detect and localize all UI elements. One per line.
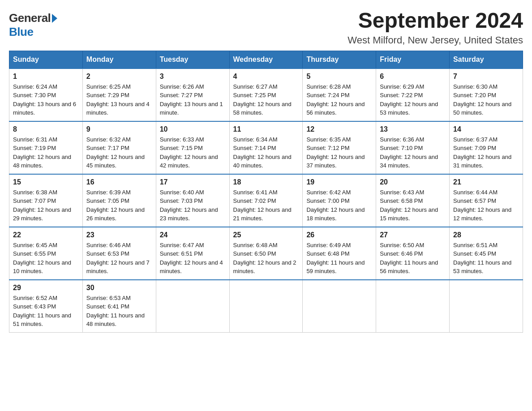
day-number: 28 (453, 231, 519, 239)
header-thursday: Thursday (303, 51, 376, 68)
day-number: 5 (306, 73, 372, 81)
day-info: Sunrise: 6:26 AMSunset: 7:27 PMDaylight:… (160, 82, 226, 117)
day-number: 15 (13, 178, 79, 186)
table-row: 7 Sunrise: 6:30 AMSunset: 7:20 PMDayligh… (450, 68, 523, 121)
day-info: Sunrise: 6:49 AMSunset: 6:48 PMDaylight:… (306, 241, 372, 276)
day-info: Sunrise: 6:29 AMSunset: 7:22 PMDaylight:… (380, 82, 446, 117)
day-number: 23 (86, 231, 152, 239)
day-number: 14 (453, 125, 519, 133)
table-row (229, 280, 303, 333)
header-monday: Monday (82, 51, 156, 68)
table-row (303, 280, 376, 333)
day-info: Sunrise: 6:51 AMSunset: 6:45 PMDaylight:… (453, 241, 519, 276)
table-row (156, 280, 229, 333)
table-row: 30 Sunrise: 6:53 AMSunset: 6:41 PMDaylig… (82, 280, 156, 333)
day-info: Sunrise: 6:36 AMSunset: 7:10 PMDaylight:… (380, 135, 446, 170)
table-row: 1 Sunrise: 6:24 AMSunset: 7:30 PMDayligh… (9, 68, 83, 121)
day-info: Sunrise: 6:44 AMSunset: 6:57 PMDaylight:… (453, 188, 519, 223)
logo-blue: Blue (9, 25, 33, 39)
day-info: Sunrise: 6:47 AMSunset: 6:51 PMDaylight:… (160, 241, 226, 276)
logo-arrow-icon (52, 14, 57, 23)
table-row: 14 Sunrise: 6:37 AMSunset: 7:09 PMDaylig… (450, 121, 523, 174)
table-row: 21 Sunrise: 6:44 AMSunset: 6:57 PMDaylig… (450, 174, 523, 227)
table-row: 26 Sunrise: 6:49 AMSunset: 6:48 PMDaylig… (303, 227, 376, 280)
day-number: 26 (306, 231, 372, 239)
table-row: 24 Sunrise: 6:47 AMSunset: 6:51 PMDaylig… (156, 227, 229, 280)
day-info: Sunrise: 6:43 AMSunset: 6:58 PMDaylight:… (380, 188, 446, 223)
calendar-week-row: 15 Sunrise: 6:38 AMSunset: 7:07 PMDaylig… (9, 174, 523, 227)
day-info: Sunrise: 6:48 AMSunset: 6:50 PMDaylight:… (233, 241, 299, 276)
table-row: 29 Sunrise: 6:52 AMSunset: 6:43 PMDaylig… (9, 280, 83, 333)
day-number: 29 (13, 284, 79, 292)
table-row: 5 Sunrise: 6:28 AMSunset: 7:24 PMDayligh… (303, 68, 376, 121)
day-info: Sunrise: 6:42 AMSunset: 7:00 PMDaylight:… (306, 188, 372, 223)
day-number: 12 (306, 125, 372, 133)
calendar-table: Sunday Monday Tuesday Wednesday Thursday… (9, 51, 523, 333)
table-row (450, 280, 523, 333)
day-info: Sunrise: 6:33 AMSunset: 7:15 PMDaylight:… (160, 135, 226, 170)
table-row: 27 Sunrise: 6:50 AMSunset: 6:46 PMDaylig… (376, 227, 450, 280)
day-number: 19 (306, 178, 372, 186)
calendar-week-row: 22 Sunrise: 6:45 AMSunset: 6:55 PMDaylig… (9, 227, 523, 280)
logo-general: General (9, 11, 51, 25)
day-info: Sunrise: 6:24 AMSunset: 7:30 PMDaylight:… (13, 82, 79, 117)
header-friday: Friday (376, 51, 450, 68)
day-info: Sunrise: 6:38 AMSunset: 7:07 PMDaylight:… (13, 188, 79, 223)
page-header: General Blue September 2024 West Milford… (9, 9, 523, 46)
header-sunday: Sunday (9, 51, 83, 68)
day-info: Sunrise: 6:40 AMSunset: 7:03 PMDaylight:… (160, 188, 226, 223)
table-row: 25 Sunrise: 6:48 AMSunset: 6:50 PMDaylig… (229, 227, 303, 280)
day-number: 10 (160, 125, 226, 133)
table-row: 22 Sunrise: 6:45 AMSunset: 6:55 PMDaylig… (9, 227, 83, 280)
day-number: 20 (380, 178, 446, 186)
day-info: Sunrise: 6:30 AMSunset: 7:20 PMDaylight:… (453, 82, 519, 117)
day-number: 2 (86, 73, 152, 81)
day-info: Sunrise: 6:34 AMSunset: 7:14 PMDaylight:… (233, 135, 299, 170)
calendar-week-row: 8 Sunrise: 6:31 AMSunset: 7:19 PMDayligh… (9, 121, 523, 174)
day-number: 1 (13, 73, 79, 81)
day-number: 16 (86, 178, 152, 186)
table-row: 28 Sunrise: 6:51 AMSunset: 6:45 PMDaylig… (450, 227, 523, 280)
table-row: 13 Sunrise: 6:36 AMSunset: 7:10 PMDaylig… (376, 121, 450, 174)
table-row: 12 Sunrise: 6:35 AMSunset: 7:12 PMDaylig… (303, 121, 376, 174)
day-number: 13 (380, 125, 446, 133)
day-number: 17 (160, 178, 226, 186)
day-number: 7 (453, 73, 519, 81)
day-info: Sunrise: 6:45 AMSunset: 6:55 PMDaylight:… (13, 241, 79, 276)
day-info: Sunrise: 6:28 AMSunset: 7:24 PMDaylight:… (306, 82, 372, 117)
table-row: 19 Sunrise: 6:42 AMSunset: 7:00 PMDaylig… (303, 174, 376, 227)
day-number: 24 (160, 231, 226, 239)
day-number: 4 (233, 73, 299, 81)
day-info: Sunrise: 6:37 AMSunset: 7:09 PMDaylight:… (453, 135, 519, 170)
day-info: Sunrise: 6:27 AMSunset: 7:25 PMDaylight:… (233, 82, 299, 117)
table-row: 4 Sunrise: 6:27 AMSunset: 7:25 PMDayligh… (229, 68, 303, 121)
day-number: 21 (453, 178, 519, 186)
day-info: Sunrise: 6:31 AMSunset: 7:19 PMDaylight:… (13, 135, 79, 170)
header-tuesday: Tuesday (156, 51, 229, 68)
day-info: Sunrise: 6:53 AMSunset: 6:41 PMDaylight:… (86, 294, 152, 329)
day-info: Sunrise: 6:32 AMSunset: 7:17 PMDaylight:… (86, 135, 152, 170)
calendar-header-row: Sunday Monday Tuesday Wednesday Thursday… (9, 51, 523, 68)
table-row: 23 Sunrise: 6:46 AMSunset: 6:53 PMDaylig… (82, 227, 156, 280)
table-row: 8 Sunrise: 6:31 AMSunset: 7:19 PMDayligh… (9, 121, 83, 174)
table-row: 15 Sunrise: 6:38 AMSunset: 7:07 PMDaylig… (9, 174, 83, 227)
logo: General Blue (9, 9, 57, 39)
table-row: 16 Sunrise: 6:39 AMSunset: 7:05 PMDaylig… (82, 174, 156, 227)
day-info: Sunrise: 6:50 AMSunset: 6:46 PMDaylight:… (380, 241, 446, 276)
day-info: Sunrise: 6:39 AMSunset: 7:05 PMDaylight:… (86, 188, 152, 223)
day-info: Sunrise: 6:25 AMSunset: 7:29 PMDaylight:… (86, 82, 152, 117)
table-row: 18 Sunrise: 6:41 AMSunset: 7:02 PMDaylig… (229, 174, 303, 227)
day-number: 25 (233, 231, 299, 239)
table-row: 3 Sunrise: 6:26 AMSunset: 7:27 PMDayligh… (156, 68, 229, 121)
day-number: 6 (380, 73, 446, 81)
header-saturday: Saturday (450, 51, 523, 68)
day-number: 3 (160, 73, 226, 81)
day-number: 27 (380, 231, 446, 239)
table-row: 11 Sunrise: 6:34 AMSunset: 7:14 PMDaylig… (229, 121, 303, 174)
day-info: Sunrise: 6:35 AMSunset: 7:12 PMDaylight:… (306, 135, 372, 170)
page-title: September 2024 (348, 9, 523, 33)
day-number: 22 (13, 231, 79, 239)
calendar-week-row: 1 Sunrise: 6:24 AMSunset: 7:30 PMDayligh… (9, 68, 523, 121)
day-number: 8 (13, 125, 79, 133)
day-number: 18 (233, 178, 299, 186)
